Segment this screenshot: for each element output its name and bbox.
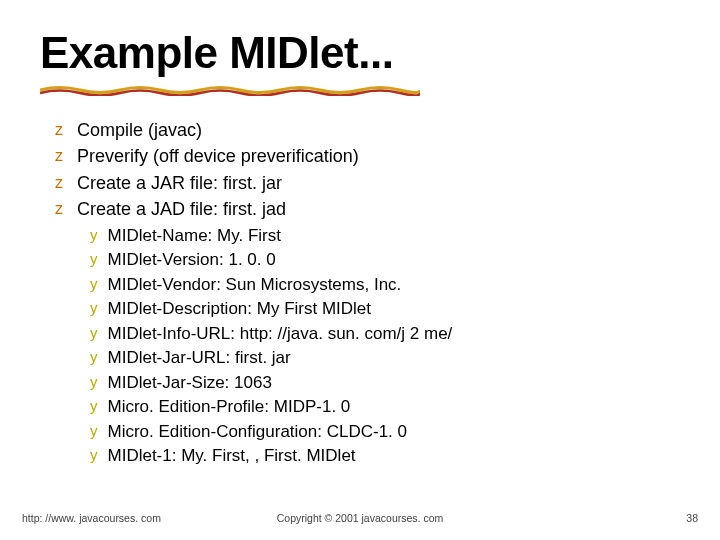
footer-page-number: 38 xyxy=(686,512,698,524)
main-bullet-list: z Compile (javac) z Preverify (off devic… xyxy=(55,118,359,223)
y-bullet-icon: y xyxy=(90,395,98,418)
title-underline xyxy=(40,84,420,94)
sub-item: y MIDlet-Version: 1. 0. 0 xyxy=(90,248,452,271)
sub-item-text: MIDlet-Jar-Size: 1063 xyxy=(108,371,272,394)
sub-item: y Micro. Edition-Configuration: CLDC-1. … xyxy=(90,420,452,443)
z-bullet-icon: z xyxy=(55,144,63,168)
main-item: z Create a JAR file: first. jar xyxy=(55,171,359,195)
sub-item: y Micro. Edition-Profile: MIDP-1. 0 xyxy=(90,395,452,418)
sub-item-text: MIDlet-Vendor: Sun Microsystems, Inc. xyxy=(108,273,402,296)
sub-item-text: MIDlet-Version: 1. 0. 0 xyxy=(108,248,276,271)
main-item: z Create a JAD file: first. jad xyxy=(55,197,359,221)
main-item-text: Create a JAR file: first. jar xyxy=(77,171,282,195)
sub-item: y MIDlet-Name: My. First xyxy=(90,224,452,247)
y-bullet-icon: y xyxy=(90,273,98,296)
sub-item-text: MIDlet-Info-URL: http: //java. sun. com/… xyxy=(108,322,453,345)
slide: Example MIDlet... z Compile (javac) z Pr… xyxy=(0,0,720,540)
main-item: z Preverify (off device preverification) xyxy=(55,144,359,168)
slide-title: Example MIDlet... xyxy=(40,28,393,78)
sub-item-text: MIDlet-Jar-URL: first. jar xyxy=(108,346,291,369)
sub-item: y MIDlet-Jar-URL: first. jar xyxy=(90,346,452,369)
sub-item: y MIDlet-Info-URL: http: //java. sun. co… xyxy=(90,322,452,345)
sub-item-text: MIDlet-Name: My. First xyxy=(108,224,281,247)
sub-item-text: Micro. Edition-Configuration: CLDC-1. 0 xyxy=(108,420,408,443)
sub-item: y MIDlet-1: My. First, , First. MIDlet xyxy=(90,444,452,467)
y-bullet-icon: y xyxy=(90,346,98,369)
sub-item: y MIDlet-Vendor: Sun Microsystems, Inc. xyxy=(90,273,452,296)
main-item-text: Preverify (off device preverification) xyxy=(77,144,359,168)
sub-item-text: MIDlet-Description: My First MIDlet xyxy=(108,297,372,320)
sub-item-text: Micro. Edition-Profile: MIDP-1. 0 xyxy=(108,395,351,418)
y-bullet-icon: y xyxy=(90,322,98,345)
main-item: z Compile (javac) xyxy=(55,118,359,142)
z-bullet-icon: z xyxy=(55,171,63,195)
sub-item: y MIDlet-Jar-Size: 1063 xyxy=(90,371,452,394)
y-bullet-icon: y xyxy=(90,371,98,394)
main-item-text: Create a JAD file: first. jad xyxy=(77,197,286,221)
footer-copyright: Copyright © 2001 javacourses. com xyxy=(0,512,720,524)
y-bullet-icon: y xyxy=(90,420,98,443)
z-bullet-icon: z xyxy=(55,118,63,142)
y-bullet-icon: y xyxy=(90,248,98,271)
y-bullet-icon: y xyxy=(90,224,98,247)
y-bullet-icon: y xyxy=(90,444,98,467)
y-bullet-icon: y xyxy=(90,297,98,320)
sub-bullet-list: y MIDlet-Name: My. First y MIDlet-Versio… xyxy=(90,224,452,469)
z-bullet-icon: z xyxy=(55,197,63,221)
sub-item-text: MIDlet-1: My. First, , First. MIDlet xyxy=(108,444,356,467)
sub-item: y MIDlet-Description: My First MIDlet xyxy=(90,297,452,320)
main-item-text: Compile (javac) xyxy=(77,118,202,142)
